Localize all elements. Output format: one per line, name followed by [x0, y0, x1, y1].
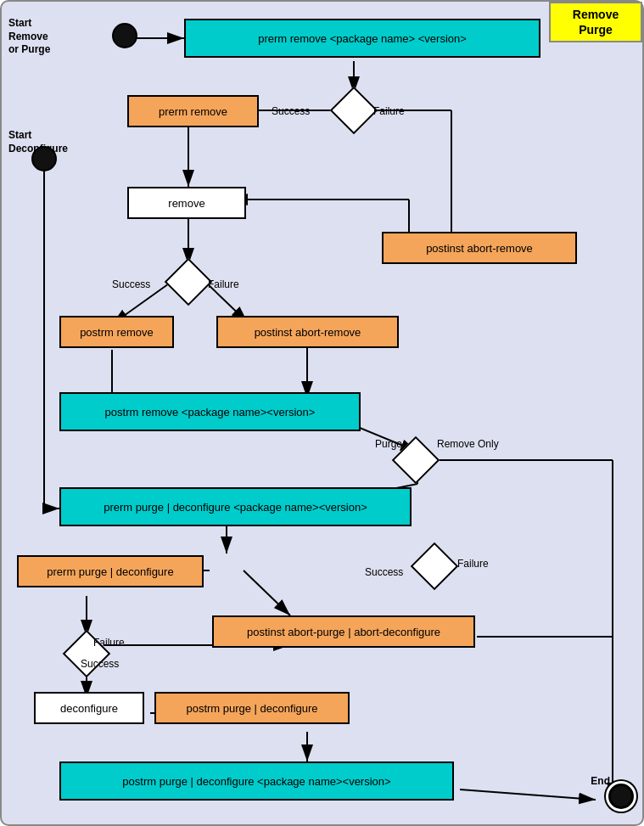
- diamond-1: [330, 87, 378, 135]
- diamond-2-success: Success: [112, 278, 150, 290]
- remove-box: remove: [127, 187, 246, 219]
- diamond-5-success: Success: [81, 658, 119, 670]
- postrm-remove-box: postrm remove: [59, 316, 174, 348]
- diamond-1-success: Success: [272, 105, 310, 117]
- diamond-4-success: Success: [365, 566, 403, 578]
- svg-line-23: [244, 570, 290, 615]
- postrm-purge-deconfigure-version-box: postrm purge | deconfigure <package name…: [59, 761, 454, 801]
- end-circle: [608, 784, 634, 809]
- diamond-3-remove-only: Remove Only: [437, 438, 499, 450]
- prerm-purge-deconfigure-version-box: prerm purge | deconfigure <package name>…: [59, 487, 412, 526]
- postrm-purge-deconfigure-box: postrm purge | deconfigure: [154, 692, 350, 724]
- postinst-abort-remove-2-box: postinst abort-remove: [216, 316, 399, 348]
- postinst-abort-remove-1-box: postinst abort-remove: [382, 232, 577, 264]
- remove-purge-label: Remove Purge: [549, 2, 642, 42]
- diamond-5-failure: Failure: [93, 637, 125, 649]
- diamond-2: [165, 258, 213, 306]
- diamond-4: [411, 542, 459, 591]
- diamond-4-failure: Failure: [457, 558, 489, 570]
- deconfigure-box: deconfigure: [34, 692, 144, 724]
- start-circle-deconfigure: [31, 146, 57, 171]
- diamond-1-failure: Failure: [373, 105, 405, 117]
- start-circle-remove: [112, 23, 137, 48]
- svg-line-31: [460, 789, 596, 800]
- prerm-remove-box: prerm remove: [127, 95, 259, 127]
- prerm-remove-version-box: prerm remove <package name> <version>: [184, 19, 540, 58]
- prerm-purge-deconfigure-box: prerm purge | deconfigure: [17, 555, 204, 587]
- diagram-container: Remove Purge: [0, 0, 644, 826]
- end-label: End: [591, 775, 610, 789]
- postrm-remove-version-box: postrm remove <package name><version>: [59, 392, 361, 431]
- start-remove-purge-label: StartRemoveor Purge: [8, 17, 50, 57]
- diamond-3-purge: Purge: [375, 438, 402, 450]
- postinst-abort-purge-box: postinst abort-purge | abort-deconfigure: [212, 615, 475, 648]
- diamond-2-failure: Failure: [208, 278, 239, 290]
